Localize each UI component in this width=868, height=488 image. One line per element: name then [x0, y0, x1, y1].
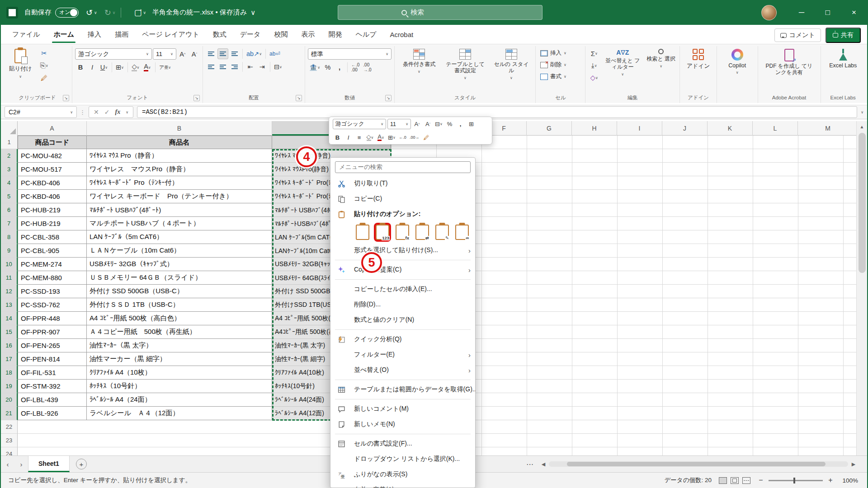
column-header-G[interactable]: G: [527, 121, 572, 136]
row-header-20[interactable]: 20: [1, 393, 18, 407]
sort-filter-button[interactable]: A∇Z 並べ替えと フィルター∨: [603, 47, 642, 78]
mini-italic-button[interactable]: I: [344, 132, 353, 142]
accounting-format-button[interactable]: 🏦 ∨: [308, 62, 321, 73]
cell-B23[interactable]: [87, 434, 272, 447]
align-center-button[interactable]: [217, 61, 228, 72]
mini-format-button[interactable]: ⊞: [467, 119, 476, 129]
shrink-font-button[interactable]: Aˇ: [189, 49, 200, 60]
font-dialog-launcher[interactable]: ↘: [193, 95, 200, 101]
row-header-6[interactable]: 6: [1, 203, 18, 217]
decrease-indent-button[interactable]: ⇤: [245, 61, 256, 72]
cell-B10[interactable]: USBﾒﾓﾘｰ 32GB（ｷｬｯﾌﾟ式）: [87, 258, 272, 271]
cell-B5[interactable]: ワイヤレス キーボード Pro（テンキー付き）: [87, 190, 272, 203]
redo-button[interactable]: ↻∨: [104, 8, 116, 18]
column-header-M[interactable]: M: [798, 121, 858, 136]
select-all-button[interactable]: [1, 121, 18, 136]
addins-button[interactable]: アドイン: [683, 47, 713, 72]
zoom-level[interactable]: 100%: [838, 477, 858, 484]
paste-formulas-button[interactable]: fx: [396, 225, 409, 240]
conditional-formatting-button[interactable]: 条件付き書式∨: [397, 47, 441, 75]
copy-button[interactable]: ⎘ ∨: [38, 60, 50, 71]
phonetic-button[interactable]: ア亜 ∨: [158, 62, 172, 73]
number-dialog-launcher[interactable]: ↘: [385, 95, 392, 101]
cell-B9[interactable]: ＬＡＮケーブル（10m Cat6）: [87, 244, 272, 258]
cell-A8[interactable]: PC-CBL-358: [18, 230, 87, 244]
maximize-button[interactable]: □: [815, 0, 841, 25]
fill-color-button[interactable]: ◇ ∨: [130, 62, 141, 73]
cell-B6[interactable]: ﾏﾙﾁﾎﾟｰﾄ USBﾊﾌﾞ(4ﾎﾟｰﾄ): [87, 203, 272, 217]
insert-cells-button[interactable]: 挿入∨: [538, 48, 568, 58]
mini-comma-button[interactable]: ,: [456, 119, 465, 129]
mini-font-size-combo[interactable]: 11∨: [387, 119, 411, 129]
row-header-13[interactable]: 13: [1, 298, 18, 312]
mini-borders-button[interactable]: ⊞ ∨: [387, 132, 396, 142]
paste-button[interactable]: 貼り付け∨: [5, 47, 36, 80]
align-middle-button[interactable]: [217, 48, 228, 59]
zoom-knob[interactable]: [793, 478, 795, 483]
row-header-14[interactable]: 14: [1, 312, 18, 325]
cell-B22[interactable]: [87, 420, 272, 434]
menu-item[interactable]: ア亜ふりがなの表示(S): [330, 467, 475, 482]
cell-styles-button[interactable]: セルの スタイル∨: [490, 47, 533, 82]
formula-input[interactable]: =ASC(B2:B21): [137, 106, 857, 118]
find-select-button[interactable]: 検索と 選択∨: [645, 47, 677, 70]
zoom-slider[interactable]: [769, 480, 823, 481]
cell-A20[interactable]: OF-LBL-439: [18, 393, 87, 407]
data-count-badge[interactable]: データの個数: 20: [665, 476, 712, 484]
cell-A2[interactable]: PC-MOU-482: [18, 149, 87, 163]
merge-center-button[interactable]: ⊟ ∨: [273, 61, 283, 72]
menu-item[interactable]: 数式と値のクリア(N): [330, 312, 475, 328]
tab-表示[interactable]: 表示: [295, 26, 321, 43]
column-header-I[interactable]: I: [617, 121, 662, 136]
cell-B14[interactable]: A4 ｺﾋﾟｰ用紙 500枚（高白色）: [87, 312, 272, 325]
mini-decrease-decimal-button[interactable]: .00→: [409, 132, 420, 142]
cell-A24[interactable]: [18, 447, 87, 455]
format-painter-button[interactable]: 🖉: [38, 72, 50, 83]
font-name-combo[interactable]: 游ゴシック∨: [75, 48, 152, 60]
avatar[interactable]: [761, 5, 777, 20]
tab-ホーム[interactable]: ホーム: [47, 26, 80, 43]
cell-B24[interactable]: [87, 447, 272, 455]
underline-button[interactable]: U ∨: [99, 62, 109, 73]
cell-B20[interactable]: ﾗﾍﾞﾙｼｰﾙ A4（24面）: [87, 393, 272, 407]
menu-item[interactable]: クイック分析(Q): [330, 332, 475, 347]
tab-数式[interactable]: 数式: [207, 26, 232, 43]
row-header-9[interactable]: 9: [1, 244, 18, 258]
mini-format-painter-button[interactable]: 🖉: [422, 132, 431, 142]
page-layout-view-button[interactable]: [731, 477, 739, 484]
grow-font-button[interactable]: A^: [177, 49, 188, 60]
menu-item[interactable]: 新しいメモ(N): [330, 417, 475, 432]
row-header-24[interactable]: 24: [1, 447, 18, 455]
clear-button[interactable]: ◇ ∨: [588, 72, 600, 83]
increase-indent-button[interactable]: ⇥: [257, 61, 268, 72]
row-header-5[interactable]: 5: [1, 190, 18, 203]
alignment-dialog-launcher[interactable]: ↘: [296, 95, 302, 101]
format-cells-button[interactable]: 書式∨: [538, 72, 568, 81]
tab-挿入[interactable]: 挿入: [82, 26, 107, 43]
mini-font-name-combo[interactable]: 游ゴシック∨: [333, 119, 386, 129]
horizontal-scrollbar[interactable]: ◀ ▶: [538, 461, 859, 467]
tab-データ[interactable]: データ: [234, 26, 267, 43]
paste-link-button[interactable]: ∞: [455, 225, 469, 240]
row-header-4[interactable]: 4: [1, 176, 18, 190]
clipboard-dialog-launcher[interactable]: ↘: [63, 95, 69, 101]
align-left-button[interactable]: [206, 61, 217, 72]
horizontal-scroll-thumb[interactable]: [567, 462, 826, 466]
menu-item[interactable]: 削除(D)...: [330, 297, 475, 312]
menu-item[interactable]: 並べ替え(O)›: [330, 362, 475, 378]
cell-A10[interactable]: PC-MEM-274: [18, 258, 87, 271]
row-header-11[interactable]: 11: [1, 271, 18, 285]
cell-A19[interactable]: OF-STM-392: [18, 380, 87, 393]
mini-bold-button[interactable]: B: [333, 132, 342, 142]
tab-ページ レイアウト[interactable]: ページ レイアウト: [136, 26, 205, 43]
mini-fill-color-button[interactable]: ◇ ∨: [365, 132, 375, 142]
insert-function-icon[interactable]: fx: [115, 108, 120, 116]
cell-B1[interactable]: 商品名: [87, 136, 272, 149]
normal-view-button[interactable]: [719, 477, 727, 484]
search-input[interactable]: 検索: [338, 5, 542, 20]
create-pdf-button[interactable]: PDF を作成し てリンクを共有: [761, 47, 818, 78]
menu-item[interactable]: 名前の定義(A)...: [330, 482, 475, 488]
cell-A14[interactable]: OF-PPR-448: [18, 312, 87, 325]
cell-A9[interactable]: PC-CBL-905: [18, 244, 87, 258]
copilot-button[interactable]: Copilot∨: [725, 47, 750, 76]
